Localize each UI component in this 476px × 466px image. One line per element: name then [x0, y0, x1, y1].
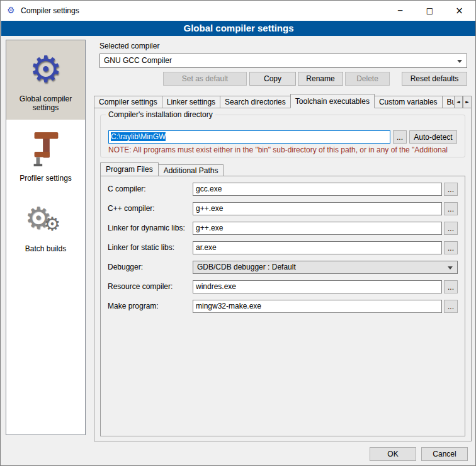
compiler-select-value: GNU GCC Compiler — [104, 56, 172, 65]
chevron-down-icon — [457, 60, 462, 63]
sidebar-item-label: Global compiler settings — [9, 94, 82, 112]
maximize-button[interactable]: □ — [415, 1, 445, 21]
titlebar: ⚙ Compiler settings ─ □ × — [1, 1, 475, 21]
c-compiler-browse-button[interactable]: ... — [444, 183, 458, 196]
compiler-select[interactable]: GNU GCC Compiler — [99, 54, 467, 68]
linker-static-browse-button[interactable]: ... — [444, 241, 458, 254]
clamp-tool-icon — [9, 126, 82, 171]
linker-static-input[interactable]: ar.exe — [193, 241, 442, 254]
browse-directory-button[interactable]: ... — [393, 130, 407, 144]
linker-dynamic-browse-button[interactable]: ... — [444, 222, 458, 235]
resource-compiler-browse-button[interactable]: ... — [444, 280, 458, 293]
sidebar-item-label: Profiler settings — [9, 174, 82, 183]
tab-toolchain-executables[interactable]: Toolchain executables — [290, 94, 375, 108]
close-button[interactable]: × — [445, 1, 474, 21]
minimize-button[interactable]: ─ — [385, 1, 415, 21]
c-compiler-label: C compiler: — [108, 183, 146, 196]
delete-button[interactable]: Delete — [345, 72, 390, 86]
tab-scroll-right-button[interactable]: ► — [463, 96, 472, 108]
page-title: Global compiler settings — [1, 21, 476, 36]
set-as-default-button[interactable]: Set as default — [163, 72, 247, 86]
resource-compiler-label: Resource compiler: — [108, 280, 173, 293]
tab-linker-settings[interactable]: Linker settings — [162, 96, 220, 108]
sidebar-item-profiler-settings[interactable]: Profiler settings — [6, 120, 85, 190]
c-compiler-input[interactable]: gcc.exe — [193, 183, 442, 196]
auto-detect-button[interactable]: Auto-detect — [409, 130, 457, 144]
installation-directory-groupbox: Compiler's installation directory C:\ray… — [100, 115, 465, 157]
cpp-compiler-browse-button[interactable]: ... — [444, 202, 458, 215]
linker-static-label: Linker for static libs: — [108, 241, 174, 254]
sidebar-item-batch-builds[interactable]: ⚙ ⚙ Batch builds — [6, 190, 85, 261]
programs-note: NOTE: All programs must exist either in … — [108, 145, 461, 154]
rename-button[interactable]: Rename — [298, 72, 343, 86]
tab-compiler-settings[interactable]: Compiler settings — [94, 96, 162, 108]
compiler-settings-window: ⚙ Compiler settings ─ □ × Global compile… — [0, 0, 476, 466]
tab-program-files[interactable]: Program Files — [100, 162, 159, 176]
make-program-browse-button[interactable]: ... — [444, 300, 458, 313]
reset-defaults-button[interactable]: Reset defaults — [402, 72, 467, 86]
debugger-label: Debugger: — [108, 261, 143, 274]
installation-directory-value: C:\raylib\MinGW — [111, 132, 166, 141]
make-program-input[interactable]: mingw32-make.exe — [193, 300, 442, 313]
ok-button[interactable]: OK — [370, 447, 416, 461]
program-files-tabstrip: Program Files Additional Paths — [100, 162, 465, 176]
tab-scroll-left-button[interactable]: ◄ — [454, 96, 463, 108]
make-program-label: Make program: — [108, 300, 159, 313]
tab-additional-paths[interactable]: Additional Paths — [158, 164, 224, 176]
tab-custom-variables[interactable]: Custom variables — [374, 96, 443, 108]
copy-button[interactable]: Copy — [249, 72, 296, 86]
window-title: Compiler settings — [21, 6, 79, 15]
sidebar-item-label: Batch builds — [9, 244, 82, 253]
debugger-select[interactable]: GDB/CDB debugger : Default — [193, 261, 458, 274]
cpp-compiler-label: C++ compiler: — [108, 202, 155, 215]
linker-dynamic-label: Linker for dynamic libs: — [108, 222, 185, 235]
linker-dynamic-input[interactable]: g++.exe — [193, 222, 442, 235]
groupbox-title: Compiler's installation directory — [106, 110, 215, 119]
settings-sidebar: ⚙ Global compiler settings Profiler sett… — [6, 40, 86, 435]
app-gear-icon: ⚙ — [7, 6, 15, 14]
settings-tabstrip: Compiler settings Linker settings Search… — [94, 94, 472, 108]
gears-icon: ⚙ ⚙ — [9, 196, 82, 242]
gear-icon: ⚙ — [9, 47, 82, 92]
resource-compiler-input[interactable]: windres.exe — [193, 280, 442, 293]
tab-search-directories[interactable]: Search directories — [220, 96, 291, 108]
sidebar-item-global-compiler-settings[interactable]: ⚙ Global compiler settings — [6, 40, 85, 120]
tab-build-options[interactable]: Build — [442, 96, 454, 108]
cancel-button[interactable]: Cancel — [421, 447, 468, 461]
cpp-compiler-input[interactable]: g++.exe — [193, 202, 442, 215]
selected-compiler-label: Selected compiler — [99, 42, 159, 50]
debugger-select-value: GDB/CDB debugger : Default — [197, 263, 296, 271]
installation-directory-input[interactable]: C:\raylib\MinGW — [108, 130, 390, 144]
chevron-down-icon — [448, 266, 453, 270]
